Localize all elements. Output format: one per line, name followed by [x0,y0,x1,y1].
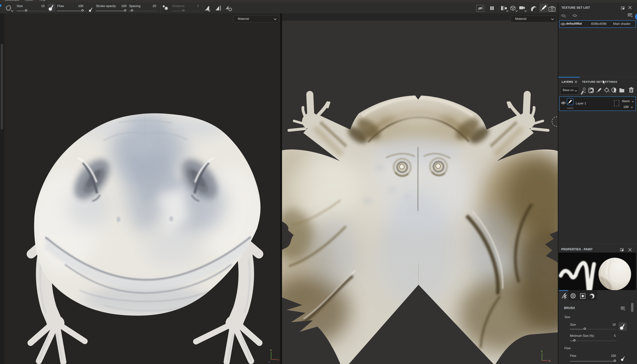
svg-text:1: 1 [574,15,575,17]
svg-text:x: x [278,358,279,361]
svg-text:V: V [541,350,542,353]
svg-text:U: U [549,360,550,362]
svg-text:Y: Y [270,349,272,352]
svg-text:z: z [269,360,270,363]
